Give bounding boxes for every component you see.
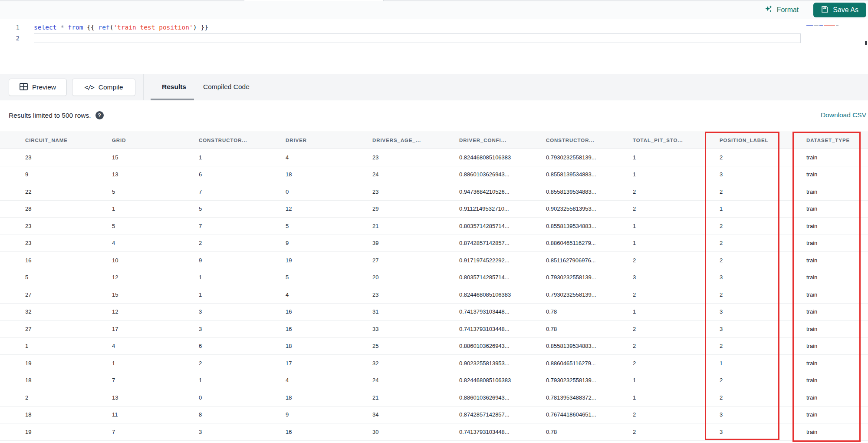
results-limit-label: Results limited to 500 rows.	[9, 112, 91, 119]
table-icon	[20, 83, 28, 92]
table-cell: 2	[615, 411, 702, 418]
save-as-button-label: Save As	[833, 6, 858, 14]
table-cell: 4	[95, 343, 181, 349]
column-header: DRIVER	[268, 138, 355, 143]
table-cell: 0.824468085106383	[442, 154, 529, 161]
save-as-button[interactable]: Save As	[813, 3, 866, 17]
code-token: }}	[201, 24, 208, 31]
help-icon[interactable]: ?	[95, 111, 104, 119]
code-token: select	[34, 24, 56, 31]
table-row: 51215200.8035714285714...0.7930232558139…	[0, 269, 868, 287]
table-cell: 27	[8, 291, 95, 298]
table-cell: 0	[268, 188, 355, 195]
table-cell: 0.78	[529, 308, 615, 315]
table-row: 213018210.8860103626943...0.781395348837…	[0, 389, 868, 407]
table-cell: 0.8558139534883...	[529, 188, 615, 195]
table-row: 3212316310.7413793103448...0.7813train	[0, 304, 868, 321]
table-cell: 32	[8, 308, 95, 315]
table-cell: 0.8035714285714...	[442, 274, 529, 281]
table-cell: 2	[615, 429, 702, 435]
column-header: GRID	[95, 138, 181, 143]
table-cell: 2	[702, 394, 789, 401]
table-cell: 0.9112149532710...	[442, 205, 529, 212]
table-cell: 2	[181, 360, 268, 367]
table-body: 231514230.8244680851063830.7930232558139…	[0, 149, 868, 441]
table-cell: 0.8742857142857...	[442, 240, 529, 246]
table-cell: train	[789, 343, 868, 349]
table-cell: 0.7413793103448...	[442, 308, 529, 315]
table-cell: 0.9171974522292...	[442, 257, 529, 264]
table-cell: 3	[702, 429, 789, 435]
line-number-gutter: 1 2	[0, 22, 20, 44]
download-csv-link[interactable]: Download CSV	[821, 111, 866, 119]
table-cell: 6	[181, 171, 268, 178]
table-cell: 29	[355, 205, 442, 212]
preview-button[interactable]: Preview	[9, 79, 67, 96]
table-cell: 19	[8, 429, 95, 435]
sql-code-editor[interactable]: 1 2 select * from {{ ref('train_test_pos…	[0, 19, 868, 74]
code-token	[64, 24, 68, 31]
table-cell: 16	[268, 326, 355, 332]
table-cell: 2	[615, 326, 702, 332]
table-cell: 0	[181, 394, 268, 401]
table-cell: 21	[355, 223, 442, 229]
active-line-highlight[interactable]	[34, 33, 801, 43]
table-cell: 3	[702, 274, 789, 281]
table-cell: 17	[95, 326, 181, 332]
table-cell: 31	[355, 308, 442, 315]
tab-results[interactable]: Results	[162, 74, 186, 99]
table-cell: 5	[95, 188, 181, 195]
table-cell: train	[789, 257, 868, 264]
table-cell: 12	[268, 205, 355, 212]
tab-compiled-code[interactable]: Compiled Code	[203, 74, 250, 99]
table-row: 23429390.8742857142857...0.8860465116279…	[0, 235, 868, 252]
table-cell: 1	[181, 291, 268, 298]
table-cell: 2	[181, 240, 268, 246]
table-cell: train	[789, 274, 868, 281]
table-cell: 0.8860103626943...	[442, 343, 529, 349]
table-cell: 3	[181, 326, 268, 332]
compile-button[interactable]: </> Compile	[72, 79, 135, 96]
table-cell: 3	[702, 411, 789, 418]
table-cell: 2	[615, 291, 702, 298]
code-token: {{	[87, 24, 98, 31]
editor-minimap[interactable]	[806, 23, 867, 27]
table-cell: 15	[95, 154, 181, 161]
column-header: CONSTRUCTOR...	[181, 138, 268, 143]
table-cell: 0.8558139534883...	[529, 223, 615, 229]
table-cell: 9	[8, 171, 95, 178]
code-token	[56, 24, 60, 31]
table-cell: 6	[181, 343, 268, 349]
table-row: 22570230.9473684210526...0.8558139534883…	[0, 183, 868, 201]
table-cell: 0.7930232558139...	[529, 154, 615, 161]
table-cell: 18	[268, 171, 355, 178]
table-cell: 34	[355, 411, 442, 418]
table-cell: 13	[95, 394, 181, 401]
sparkles-icon	[764, 5, 773, 15]
table-cell: 0.9023255813953...	[529, 205, 615, 212]
code-line-1: select * from {{ ref('train_test_positio…	[34, 22, 208, 33]
table-cell: 9	[268, 411, 355, 418]
table-cell: 1	[702, 360, 789, 367]
table-cell: 4	[95, 240, 181, 246]
table-cell: 23	[8, 223, 95, 229]
format-button[interactable]: Format	[764, 5, 799, 15]
table-cell: 7	[95, 377, 181, 383]
table-cell: 2	[615, 205, 702, 212]
table-cell: train	[789, 394, 868, 401]
column-header: DATASET_TYPE	[789, 138, 868, 143]
table-cell: 0.7413793103448...	[442, 326, 529, 332]
table-cell: 18	[268, 343, 355, 349]
table-cell: 0.824468085106383	[442, 291, 529, 298]
table-cell: 0.8742857142857...	[442, 411, 529, 418]
table-row: 197316300.7413793103448...0.7823train	[0, 423, 868, 441]
table-cell: 1	[702, 205, 789, 212]
table-cell: train	[789, 154, 868, 161]
table-cell: 24	[355, 377, 442, 383]
table-cell: 11	[95, 411, 181, 418]
table-cell: 19	[268, 257, 355, 264]
table-cell: 2	[702, 223, 789, 229]
table-cell: 5	[268, 223, 355, 229]
table-row: 181189340.8742857142857...0.767441860465…	[0, 407, 868, 424]
table-cell: 3	[181, 308, 268, 315]
